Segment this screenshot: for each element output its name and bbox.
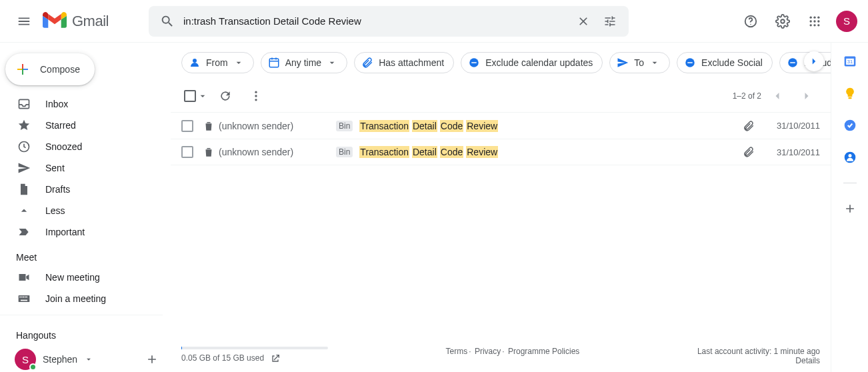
caret-down-icon <box>84 355 93 364</box>
video-icon <box>17 271 31 284</box>
filter-chip-to[interactable]: To <box>609 52 670 73</box>
new-chat-button[interactable] <box>145 353 159 366</box>
main-content: FromAny timeHas attachmentExclude calend… <box>171 43 831 372</box>
filter-chips: FromAny timeHas attachmentExclude calend… <box>171 43 831 80</box>
svg-text:31: 31 <box>847 59 852 65</box>
sidebar-item-inbox[interactable]: Inbox <box>0 93 163 115</box>
search-options-button[interactable] <box>597 8 623 35</box>
prev-page-button[interactable] <box>764 83 791 109</box>
list-toolbar: 1–2 of 2 <box>171 80 831 112</box>
label-badge: Bin <box>336 121 353 131</box>
subject-text: Transaction Detail Code Review <box>359 120 498 132</box>
message-row[interactable]: (unknown sender)BinTransaction Detail Co… <box>171 112 831 139</box>
chip-label: From <box>206 57 228 68</box>
svg-rect-15 <box>19 297 21 298</box>
page-info: 1–2 of 2 <box>733 91 761 101</box>
storage-info: 0.05 GB of 15 GB used <box>181 347 328 364</box>
google-apps-button[interactable] <box>801 8 828 35</box>
sidebar: Compose Inbox Starred Snoozed Sent Draft… <box>0 43 171 372</box>
sidebar-item-snoozed[interactable]: Snoozed <box>0 136 163 157</box>
row-checkbox[interactable] <box>181 146 193 158</box>
plus-icon <box>15 61 31 77</box>
account-avatar[interactable]: S <box>836 11 857 32</box>
svg-rect-19 <box>26 297 27 298</box>
sidebar-item-label: Important <box>45 227 85 237</box>
footer-links: Terms· Privacy· Programme Policies <box>336 347 689 356</box>
sidebar-item-join-meeting[interactable]: Join a meeting <box>0 288 163 309</box>
svg-point-2 <box>781 19 785 23</box>
sidebar-item-less[interactable]: Less <box>0 200 163 221</box>
gmail-wordmark: Gmail <box>72 13 109 30</box>
sidebar-item-new-meeting[interactable]: New meeting <box>0 267 163 288</box>
footer-link-policies[interactable]: Programme Policies <box>508 347 579 356</box>
svg-rect-14 <box>19 295 30 302</box>
keep-app-icon[interactable] <box>843 87 857 100</box>
caret-down-icon <box>327 57 337 68</box>
gmail-m-icon <box>43 12 67 31</box>
footer-details-link[interactable]: Details <box>795 356 820 365</box>
keyboard-icon <box>17 292 31 305</box>
row-body: BinTransaction Detail Code Review <box>336 146 743 158</box>
svg-point-1 <box>750 23 751 24</box>
sidebar-divider <box>0 315 163 315</box>
footer-link-privacy[interactable]: Privacy <box>475 347 501 356</box>
chips-scroll-right[interactable] <box>804 51 824 71</box>
row-checkbox[interactable] <box>181 120 193 132</box>
important-icon <box>17 225 31 239</box>
filter-chip-exclude-social[interactable]: Exclude Social <box>677 52 773 73</box>
send-icon <box>17 161 31 175</box>
row-date: 31/10/2011 <box>763 147 820 157</box>
svg-point-4 <box>813 16 815 18</box>
main-menu-button[interactable] <box>8 5 40 37</box>
hangouts-user-row[interactable]: S Stephen <box>0 345 171 370</box>
sidebar-item-label: New meeting <box>45 272 100 283</box>
filter-chip-exclude-calendar-updates[interactable]: Exclude calendar updates <box>461 52 603 73</box>
more-button[interactable] <box>243 83 269 109</box>
next-page-button[interactable] <box>793 83 820 109</box>
file-icon <box>17 183 31 196</box>
sidebar-item-important[interactable]: Important <box>0 221 163 243</box>
compose-button[interactable]: Compose <box>5 53 95 85</box>
filter-chip-from[interactable]: From <box>181 52 254 73</box>
clear-search-button[interactable] <box>570 8 597 35</box>
subject-text: Transaction Detail Code Review <box>359 146 498 158</box>
chevron-right-icon <box>800 89 813 103</box>
calendar-app-icon[interactable]: 31 <box>843 55 857 68</box>
sidebar-item-sent[interactable]: Sent <box>0 157 163 179</box>
support-button[interactable] <box>737 8 764 35</box>
search-input[interactable] <box>181 15 570 27</box>
caret-down-icon <box>649 57 660 68</box>
app-header: Gmail S <box>0 0 868 43</box>
side-panel: 31 <box>831 43 868 372</box>
get-addons-button[interactable] <box>843 202 857 215</box>
settings-button[interactable] <box>769 8 796 35</box>
refresh-button[interactable] <box>212 83 239 109</box>
tasks-app-icon[interactable] <box>843 119 857 132</box>
footer: 0.05 GB of 15 GB used Terms· Privacy· Pr… <box>171 339 831 372</box>
sidebar-item-starred[interactable]: Starred <box>0 115 163 136</box>
contacts-app-icon[interactable] <box>843 151 857 164</box>
sidebar-item-label: Inbox <box>45 99 68 109</box>
plus-icon <box>843 202 857 215</box>
footer-activity: Last account activity: 1 minute ago Deta… <box>697 347 820 365</box>
presence-indicator <box>29 363 37 371</box>
chip-label: Has attachment <box>379 57 444 68</box>
chevron-up-icon <box>17 204 31 217</box>
more-vert-icon <box>249 89 263 103</box>
chip-label: To <box>634 57 644 68</box>
filter-chip-has-attachment[interactable]: Has attachment <box>354 52 454 73</box>
gmail-logo[interactable]: Gmail <box>43 12 109 31</box>
star-icon <box>17 119 31 132</box>
attachment-icon <box>743 120 755 132</box>
search-button[interactable] <box>154 8 181 35</box>
svg-point-10 <box>813 24 815 26</box>
select-all-checkbox[interactable] <box>181 83 208 109</box>
filter-chip-any-time[interactable]: Any time <box>261 52 347 73</box>
caret-down-icon <box>197 91 208 101</box>
sidebar-item-drafts[interactable]: Drafts <box>0 179 163 200</box>
label-badge: Bin <box>336 147 353 157</box>
footer-link-terms[interactable]: Terms <box>446 347 468 356</box>
search-icon <box>160 14 175 29</box>
open-external-button[interactable] <box>270 353 281 364</box>
message-row[interactable]: (unknown sender)BinTransaction Detail Co… <box>171 139 831 165</box>
